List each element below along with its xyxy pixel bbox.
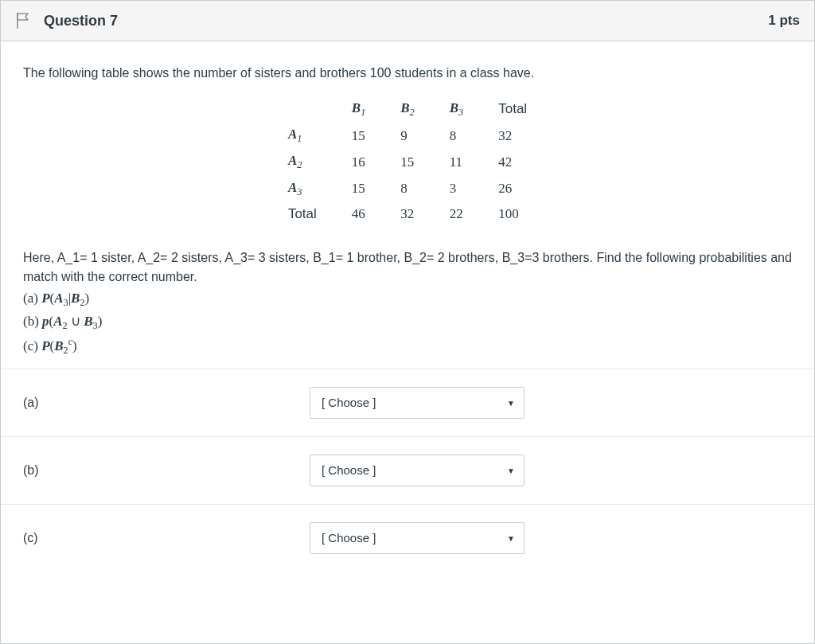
answer-select-c[interactable]: [ Choose ] xyxy=(310,522,524,554)
answer-select-a[interactable]: [ Choose ] xyxy=(310,387,524,419)
intro-text: The following table shows the number of … xyxy=(23,64,792,82)
answer-row-a: (a) [ Choose ] ▼ xyxy=(1,369,814,436)
question-title: Question 7 xyxy=(44,13,768,29)
answer-select-wrap-c: [ Choose ] ▼ xyxy=(310,522,524,554)
answers-section: (a) [ Choose ] ▼ (b) [ Choose ] ▼ (c) [ … xyxy=(1,368,814,572)
question-card: Question 7 1 pts The following table sho… xyxy=(0,0,815,644)
question-body: The following table shows the number of … xyxy=(1,41,814,368)
table-row: Total 46 32 22 100 xyxy=(271,202,544,227)
part-b-formula: (b) p(A2 ∪ B3) xyxy=(23,312,792,334)
part-c-formula: (c) P(B2c) xyxy=(23,335,792,358)
flag-icon[interactable] xyxy=(15,12,31,29)
answer-row-c: (c) [ Choose ] ▼ xyxy=(1,504,814,572)
table-header-row: B1 B2 B3 Total xyxy=(271,96,544,123)
answer-row-b: (b) [ Choose ] ▼ xyxy=(1,436,814,504)
data-table: B1 B2 B3 Total A1 15 9 8 32 A2 16 15 11 … xyxy=(271,96,544,226)
table-row: A2 16 15 11 42 xyxy=(271,149,544,175)
question-header: Question 7 1 pts xyxy=(1,1,814,41)
answer-select-wrap-b: [ Choose ] ▼ xyxy=(310,455,524,486)
explanation-text: Here, A_1= 1 sister, A_2= 2 sisters, A_3… xyxy=(23,248,792,285)
answer-select-b[interactable]: [ Choose ] xyxy=(310,455,524,486)
answer-label-c: (c) xyxy=(23,531,310,545)
table-row: A1 15 9 8 32 xyxy=(271,123,544,149)
answer-label-a: (a) xyxy=(23,396,310,410)
table-row: A3 15 8 3 26 xyxy=(271,176,544,202)
answer-label-b: (b) xyxy=(23,463,310,478)
part-a-formula: (a) P(A3|B2) xyxy=(23,289,792,310)
answer-select-wrap-a: [ Choose ] ▼ xyxy=(310,387,524,419)
question-points: 1 pts xyxy=(768,13,800,29)
